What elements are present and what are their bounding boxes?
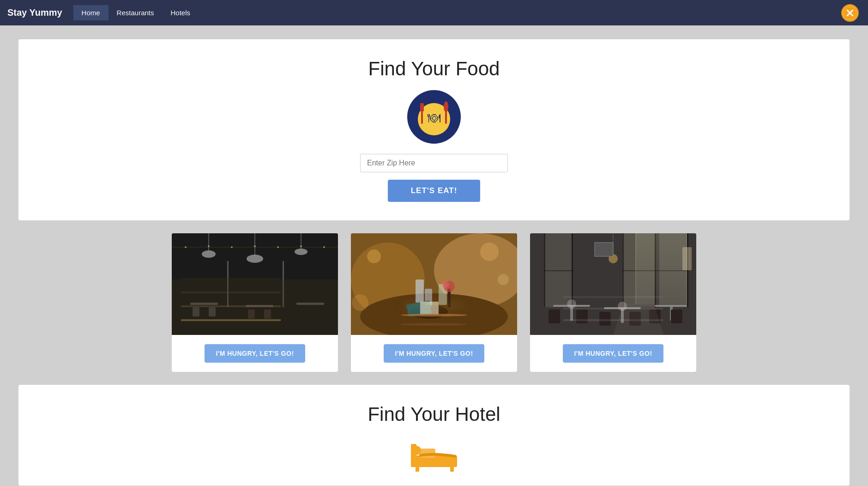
restaurant-image-3 [530,233,696,335]
nav-restaurants[interactable]: Restaurants [108,5,163,20]
svg-rect-6 [420,103,421,111]
svg-point-32 [231,246,233,248]
svg-rect-88 [416,466,419,472]
svg-rect-79 [682,247,692,270]
svg-rect-8 [421,111,423,114]
restaurant-card-1: I'M HUNGRY, LET'S GO! [172,233,338,372]
nav-home[interactable]: Home [73,5,108,20]
svg-point-35 [300,245,302,247]
navbar: Stay Yummy Home Restaurants Hotels [0,0,868,25]
svg-point-81 [567,299,576,309]
hungry-btn-1[interactable]: I'M HUNGRY, LET'S GO! [205,344,305,363]
svg-point-14 [202,250,216,258]
svg-point-34 [277,246,279,248]
restaurant-cards-row: I'M HUNGRY, LET'S GO! [18,233,850,372]
food-icon: 🍽 [406,89,462,145]
restaurant-card-2: I'M HUNGRY, LET'S GO! [351,233,517,372]
svg-rect-76 [671,310,682,323]
find-food-section: Find Your Food 🍽 LET'S E [18,39,850,220]
svg-rect-72 [576,310,588,323]
svg-rect-56 [659,233,687,307]
find-food-title: Find Your Food [28,58,840,80]
find-hotel-title: Find Your Hotel [28,403,840,425]
svg-rect-71 [549,310,560,323]
svg-rect-7 [423,103,424,111]
lets-eat-button[interactable]: LET'S EAT! [388,180,481,202]
svg-rect-68 [570,307,573,321]
restaurant-image-1 [172,233,338,335]
svg-rect-41 [416,279,424,303]
svg-point-50 [498,274,509,285]
svg-point-18 [295,249,307,255]
nav-links: Home Restaurants Hotels [73,5,199,20]
svg-rect-73 [599,312,611,326]
svg-rect-89 [450,466,454,472]
svg-point-31 [208,245,210,247]
svg-point-36 [323,246,325,248]
nav-hotels[interactable]: Hotels [162,5,199,20]
svg-rect-53 [420,302,439,315]
hotel-icon [406,435,462,472]
svg-text:🍽: 🍽 [428,111,440,125]
svg-point-90 [412,446,421,455]
svg-rect-64 [544,270,573,271]
svg-rect-28 [172,279,338,335]
svg-point-16 [247,255,263,263]
svg-point-10 [444,101,448,112]
find-hotel-section: Find Your Hotel [18,385,850,486]
brand-name: Stay Yummy [7,7,62,18]
svg-point-47 [442,280,449,288]
svg-point-33 [254,245,256,247]
svg-point-48 [367,249,381,263]
card-body-2: I'M HUNGRY, LET'S GO! [351,335,517,372]
hungry-btn-2[interactable]: I'M HUNGRY, LET'S GO! [384,344,484,363]
card-body-1: I'M HUNGRY, LET'S GO! [172,335,338,372]
svg-point-30 [185,246,187,248]
restaurant-card-3: I'M HUNGRY, LET'S GO! [530,233,696,372]
card-body-3: I'M HUNGRY, LET'S GO! [530,335,696,372]
svg-rect-59 [655,233,656,307]
page-content: Find Your Food 🍽 LET'S E [0,25,868,486]
svg-rect-67 [655,305,687,307]
svg-point-51 [352,294,368,311]
svg-point-49 [480,243,499,261]
svg-rect-63 [622,270,688,271]
hungry-btn-3[interactable]: I'M HUNGRY, LET'S GO! [563,344,663,363]
restaurant-image-2 [351,233,517,335]
profile-icon[interactable] [841,4,859,22]
svg-rect-80 [595,243,613,256]
zip-input[interactable] [360,154,508,172]
